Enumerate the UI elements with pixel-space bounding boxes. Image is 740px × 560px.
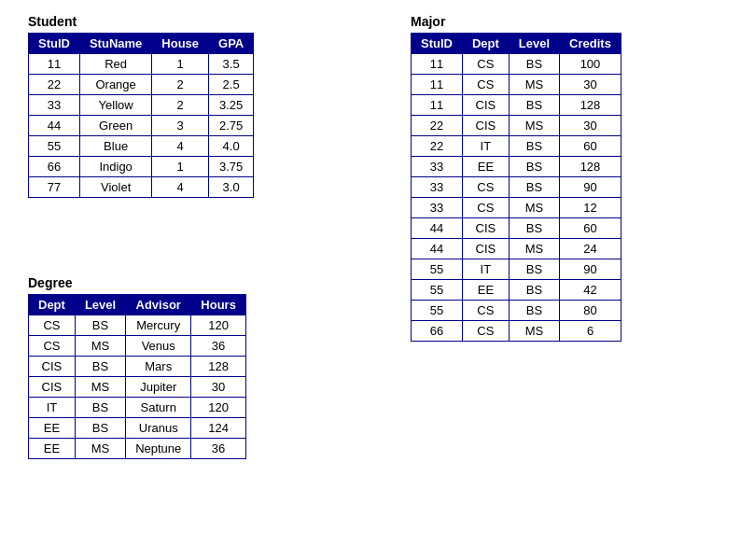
table-cell: 22 [412,116,463,136]
table-cell: 90 [560,177,621,198]
table-cell: CS [462,301,509,321]
table-cell: 128 [191,357,246,377]
student-section: Student StuIDStuNameHouseGPA 11Red13.522… [28,14,254,198]
table-row: 11CSMS30 [412,75,621,95]
table-cell: 66 [29,157,80,177]
table-row: EEBSUranus124 [29,418,246,439]
table-cell: BS [509,218,559,239]
table-row: 55Blue44.0 [29,136,254,157]
table-row: CSMSVenus36 [29,336,246,357]
table-cell: 30 [560,116,621,136]
table-row: 11CSBS100 [412,54,621,75]
table-cell: Mercury [126,315,191,336]
table-cell: 120 [191,398,246,418]
table-cell: 55 [412,259,463,280]
table-cell: CS [462,75,509,95]
table-cell: 33 [412,177,463,198]
table-cell: 4 [152,136,209,157]
table-cell: 44 [29,116,80,136]
table-cell: CIS [29,377,76,398]
table-cell: 2 [152,95,209,116]
table-cell: BS [509,259,559,280]
table-row: 44CISBS60 [412,218,621,239]
table-row: 33CSMS12 [412,198,621,218]
degree-section: Degree DeptLevelAdvisorHours CSBSMercury… [28,275,246,459]
table-cell: Uranus [126,418,191,439]
table-cell: 2.5 [209,75,254,95]
table-row: 55CSBS80 [412,301,621,321]
table-row: EEMSNeptune36 [29,439,246,459]
major-table: StuIDDeptLevelCredits 11CSBS10011CSMS301… [411,33,621,342]
table-cell: 44 [412,239,463,259]
table-cell: 3.0 [209,177,254,198]
table-cell: MS [75,336,125,357]
table-row: 44CISMS24 [412,239,621,259]
table-cell: Mars [126,357,191,377]
table-cell: 3.25 [209,95,254,116]
column-header-level: Level [509,34,559,54]
table-cell: 60 [560,136,621,157]
table-cell: 128 [560,95,621,116]
table-row: 22Orange22.5 [29,75,254,95]
table-cell: MS [509,239,559,259]
table-row: CISBSMars128 [29,357,246,377]
table-cell: 24 [560,239,621,259]
table-cell: IT [29,398,76,418]
column-header-dept: Dept [29,295,76,315]
degree-label: Degree [28,275,246,290]
table-cell: 11 [412,75,463,95]
table-cell: 2 [152,75,209,95]
column-header-level: Level [75,295,125,315]
table-cell: 55 [29,136,80,157]
table-cell: Violet [79,177,151,198]
table-cell: MS [75,377,125,398]
table-cell: BS [75,398,125,418]
table-row: CSBSMercury120 [29,315,246,336]
table-cell: CIS [462,218,509,239]
table-cell: 11 [412,95,463,116]
table-cell: BS [75,357,125,377]
table-row: 22ITBS60 [412,136,621,157]
table-row: 55ITBS90 [412,259,621,280]
table-cell: 6 [560,321,621,342]
table-cell: 42 [560,280,621,301]
table-cell: 90 [560,259,621,280]
student-label: Student [28,14,254,29]
table-cell: CS [462,177,509,198]
table-cell: Orange [79,75,151,95]
table-cell: MS [509,198,559,218]
table-cell: 55 [412,301,463,321]
table-row: 22CISMS30 [412,116,621,136]
table-cell: CS [29,315,76,336]
table-row: 11Red13.5 [29,54,254,75]
table-row: 77Violet43.0 [29,177,254,198]
column-header-gpa: GPA [209,34,254,54]
table-cell: 33 [29,95,80,116]
table-cell: 4.0 [209,136,254,157]
column-header-house: House [152,34,209,54]
table-cell: BS [509,157,559,177]
table-cell: 4 [152,177,209,198]
table-cell: 80 [560,301,621,321]
table-cell: 60 [560,218,621,239]
table-cell: CS [462,198,509,218]
table-cell: IT [462,136,509,157]
table-cell: MS [509,75,559,95]
table-cell: BS [75,315,125,336]
table-row: 33CSBS90 [412,177,621,198]
table-row: 33EEBS128 [412,157,621,177]
column-header-credits: Credits [560,34,621,54]
table-cell: 22 [412,136,463,157]
table-cell: MS [509,116,559,136]
table-cell: BS [509,136,559,157]
table-row: CISMSJupiter30 [29,377,246,398]
table-cell: MS [75,439,125,459]
table-row: 55EEBS42 [412,280,621,301]
table-cell: 77 [29,177,80,198]
table-cell: CS [29,336,76,357]
table-cell: 128 [560,157,621,177]
student-table: StuIDStuNameHouseGPA 11Red13.522Orange22… [28,33,254,198]
table-cell: 66 [412,321,463,342]
table-cell: BS [509,301,559,321]
column-header-advisor: Advisor [126,295,191,315]
